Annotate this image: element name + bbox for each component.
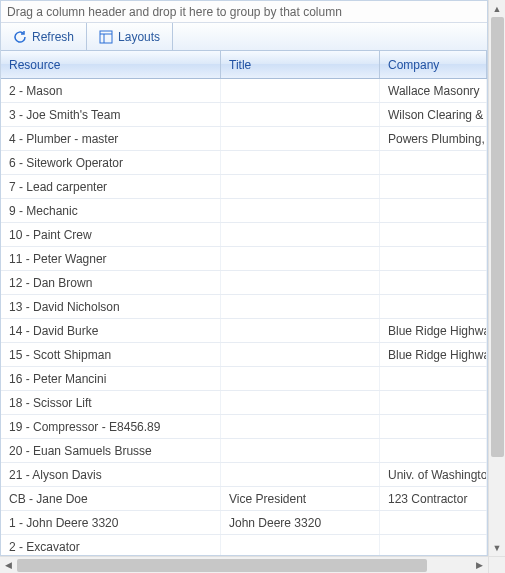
table-row[interactable]: 18 - Scissor Lift [1, 391, 487, 415]
cell-company [380, 151, 487, 174]
cell-resource: 1 - John Deere 3320 [1, 511, 221, 534]
table-row[interactable]: 16 - Peter Mancini [1, 367, 487, 391]
table-row[interactable]: 7 - Lead carpenter [1, 175, 487, 199]
table-row[interactable]: 20 - Euan Samuels Brusse [1, 439, 487, 463]
cell-title [221, 439, 380, 462]
cell-company: Wallace Masonry [380, 79, 487, 102]
cell-company [380, 535, 487, 556]
cell-company [380, 367, 487, 390]
cell-company [380, 415, 487, 438]
cell-resource: 20 - Euan Samuels Brusse [1, 439, 221, 462]
layouts-button[interactable]: Layouts [87, 23, 173, 50]
cell-resource: 3 - Joe Smith's Team [1, 103, 221, 126]
cell-resource: 10 - Paint Crew [1, 223, 221, 246]
layouts-icon [99, 30, 113, 44]
cell-resource: 14 - David Burke [1, 319, 221, 342]
grid-body[interactable]: 2 - MasonWallace Masonry3 - Joe Smith's … [1, 79, 487, 556]
cell-title [221, 151, 380, 174]
scroll-left-arrow-icon[interactable]: ◀ [0, 557, 17, 573]
table-row[interactable]: 3 - Joe Smith's TeamWilson Clearing & D [1, 103, 487, 127]
table-row[interactable]: 11 - Peter Wagner [1, 247, 487, 271]
scrollbar-corner [488, 556, 505, 573]
cell-title [221, 127, 380, 150]
column-header-title[interactable]: Title [221, 51, 380, 78]
grid-viewport: Drag a column header and drop it here to… [0, 0, 488, 556]
cell-title [221, 223, 380, 246]
cell-resource: 21 - Alyson Davis [1, 463, 221, 486]
cell-title [221, 79, 380, 102]
column-header-row: Resource Title Company [1, 51, 487, 79]
table-row[interactable]: 12 - Dan Brown [1, 271, 487, 295]
table-row[interactable]: 21 - Alyson DavisUniv. of Washington [1, 463, 487, 487]
cell-resource: 2 - Excavator [1, 535, 221, 556]
vertical-scroll-track[interactable] [489, 17, 505, 539]
cell-company: Univ. of Washington [380, 463, 487, 486]
cell-company [380, 295, 487, 318]
cell-title [221, 295, 380, 318]
refresh-icon [13, 30, 27, 44]
horizontal-scroll-track[interactable] [17, 557, 471, 573]
cell-resource: 18 - Scissor Lift [1, 391, 221, 414]
table-row[interactable]: 6 - Sitework Operator [1, 151, 487, 175]
cell-title [221, 343, 380, 366]
table-row[interactable]: 19 - Compressor - E8456.89 [1, 415, 487, 439]
cell-resource: 2 - Mason [1, 79, 221, 102]
refresh-label: Refresh [32, 30, 74, 44]
cell-company [380, 223, 487, 246]
cell-title [221, 391, 380, 414]
cell-company: Blue Ridge Highway [380, 319, 487, 342]
table-row[interactable]: 2 - Excavator [1, 535, 487, 556]
cell-company [380, 247, 487, 270]
cell-title [221, 199, 380, 222]
table-row[interactable]: 10 - Paint Crew [1, 223, 487, 247]
scroll-down-arrow-icon[interactable]: ▼ [489, 539, 505, 556]
table-row[interactable]: 9 - Mechanic [1, 199, 487, 223]
scroll-right-arrow-icon[interactable]: ▶ [471, 557, 488, 573]
cell-resource: 6 - Sitework Operator [1, 151, 221, 174]
cell-resource: 15 - Scott Shipman [1, 343, 221, 366]
toolbar: Refresh Layouts [1, 23, 487, 51]
group-by-drop-area[interactable]: Drag a column header and drop it here to… [1, 1, 487, 23]
table-row[interactable]: 13 - David Nicholson [1, 295, 487, 319]
cell-title [221, 175, 380, 198]
cell-company [380, 391, 487, 414]
table-row[interactable]: 4 - Plumber - masterPowers Plumbing, In [1, 127, 487, 151]
cell-resource: 9 - Mechanic [1, 199, 221, 222]
cell-company: Wilson Clearing & D [380, 103, 487, 126]
layouts-label: Layouts [118, 30, 160, 44]
cell-title [221, 367, 380, 390]
cell-resource: 19 - Compressor - E8456.89 [1, 415, 221, 438]
cell-resource: 12 - Dan Brown [1, 271, 221, 294]
cell-title [221, 247, 380, 270]
column-header-company[interactable]: Company [380, 51, 487, 78]
cell-resource: 7 - Lead carpenter [1, 175, 221, 198]
table-row[interactable]: CB - Jane DoeVice President123 Contracto… [1, 487, 487, 511]
table-row[interactable]: 14 - David BurkeBlue Ridge Highway [1, 319, 487, 343]
cell-company [380, 271, 487, 294]
table-row[interactable]: 2 - MasonWallace Masonry [1, 79, 487, 103]
cell-resource: 13 - David Nicholson [1, 295, 221, 318]
vertical-scroll-thumb[interactable] [491, 17, 504, 457]
cell-title: John Deere 3320 [221, 511, 380, 534]
column-header-resource[interactable]: Resource [1, 51, 221, 78]
cell-resource: 16 - Peter Mancini [1, 367, 221, 390]
cell-company [380, 199, 487, 222]
horizontal-scrollbar[interactable]: ◀ ▶ [0, 556, 488, 573]
cell-title [221, 415, 380, 438]
svg-rect-0 [100, 31, 112, 43]
scroll-up-arrow-icon[interactable]: ▲ [489, 0, 505, 17]
cell-resource: 11 - Peter Wagner [1, 247, 221, 270]
cell-title [221, 463, 380, 486]
cell-company [380, 439, 487, 462]
horizontal-scroll-thumb[interactable] [17, 559, 427, 572]
cell-title [221, 535, 380, 556]
table-row[interactable]: 1 - John Deere 3320John Deere 3320 [1, 511, 487, 535]
cell-title [221, 319, 380, 342]
cell-company: Powers Plumbing, In [380, 127, 487, 150]
cell-title [221, 271, 380, 294]
table-row[interactable]: 15 - Scott ShipmanBlue Ridge Highway [1, 343, 487, 367]
cell-company: 123 Contractor [380, 487, 487, 510]
vertical-scrollbar[interactable]: ▲ ▼ [488, 0, 505, 556]
cell-title [221, 103, 380, 126]
refresh-button[interactable]: Refresh [1, 23, 87, 50]
